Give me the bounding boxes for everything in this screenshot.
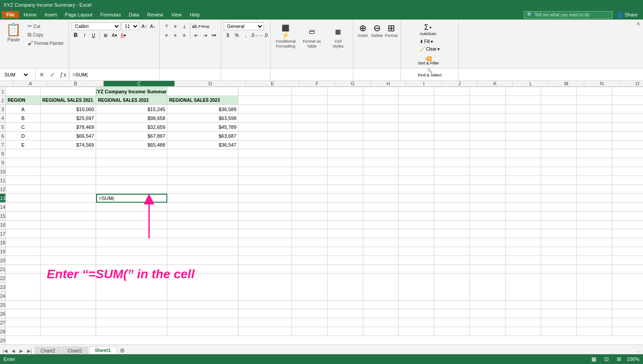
cell-j7[interactable]: [434, 140, 470, 149]
row-header-15[interactable]: 15: [0, 212, 6, 220]
cell-b12[interactable]: [40, 185, 96, 194]
paste-button[interactable]: 📋 Paste: [3, 22, 24, 44]
align-top-button[interactable]: ⊤: [162, 22, 170, 30]
row-header-21[interactable]: 21: [0, 265, 6, 274]
cell-d2[interactable]: REGIONAL SALES 2023: [167, 96, 239, 105]
cell-c12[interactable]: [96, 185, 167, 194]
cell-h11[interactable]: [363, 176, 399, 185]
col-header-n[interactable]: N: [584, 81, 620, 87]
cell-a10[interactable]: [6, 167, 40, 176]
cell-l9[interactable]: [506, 158, 541, 167]
row-header-14[interactable]: 14: [0, 203, 6, 212]
file-menu[interactable]: File: [2, 11, 19, 18]
cell-l3[interactable]: [506, 105, 541, 114]
cell-o13[interactable]: [612, 194, 643, 203]
cell-g1[interactable]: [328, 87, 363, 96]
find-select-button[interactable]: 🔍 Find & Select: [416, 67, 444, 79]
cell-h9[interactable]: [363, 158, 399, 167]
wrap-text-button[interactable]: Wrap: [201, 22, 209, 30]
row-header-11[interactable]: 11: [0, 176, 6, 185]
cell-j8[interactable]: [434, 149, 470, 158]
cell-f5[interactable]: [292, 123, 328, 132]
cell-k5[interactable]: [470, 123, 506, 132]
cell-m4[interactable]: [541, 114, 577, 123]
cell-d13[interactable]: [167, 194, 239, 203]
cell-a9[interactable]: [6, 158, 40, 167]
cell-k10[interactable]: [470, 167, 506, 176]
row-header-7[interactable]: 7: [0, 140, 6, 149]
row-header-6[interactable]: 6: [0, 132, 6, 140]
cell-o7[interactable]: [612, 140, 643, 149]
cell-i6[interactable]: [399, 132, 434, 140]
cell-l8[interactable]: [506, 149, 541, 158]
sort-filter-button[interactable]: ↕🔽 Sort & Filter: [416, 55, 441, 67]
cell-k1[interactable]: [470, 87, 506, 96]
col-header-m[interactable]: M: [549, 81, 584, 87]
cell-h1[interactable]: [363, 87, 399, 96]
row-header-17[interactable]: 17: [0, 229, 6, 238]
cell-j5[interactable]: [434, 123, 470, 132]
page-layout-view-button[interactable]: ⊡: [602, 356, 611, 363]
cell-n7[interactable]: [577, 140, 612, 149]
cell-h6[interactable]: [363, 132, 399, 140]
cell-h13[interactable]: [363, 194, 399, 203]
cell-m1[interactable]: [541, 87, 577, 96]
row-header-23[interactable]: 23: [0, 283, 6, 292]
cell-i4[interactable]: [399, 114, 434, 123]
sheet-add-button[interactable]: ⊕: [117, 346, 127, 354]
normal-view-button[interactable]: ▦: [590, 356, 599, 363]
cell-e12[interactable]: [239, 185, 292, 194]
cell-d6[interactable]: $63,687: [167, 132, 239, 140]
cell-g10[interactable]: [328, 167, 363, 176]
col-header-l[interactable]: L: [513, 81, 549, 87]
cell-m5[interactable]: [541, 123, 577, 132]
col-header-k[interactable]: K: [477, 81, 513, 87]
cell-l1[interactable]: [506, 87, 541, 96]
cell-b6[interactable]: $66,547: [40, 132, 96, 140]
col-header-c[interactable]: C: [104, 81, 175, 87]
cell-j9[interactable]: [434, 158, 470, 167]
row-header-20[interactable]: 20: [0, 256, 6, 265]
cell-e1[interactable]: [239, 87, 292, 96]
cell-h8[interactable]: [363, 149, 399, 158]
accounting-button[interactable]: $: [224, 31, 232, 39]
cell-o9[interactable]: [612, 158, 643, 167]
indent-decrease-button[interactable]: ⇤: [192, 31, 200, 39]
cell-i10[interactable]: [399, 167, 434, 176]
cell-a6[interactable]: D: [6, 132, 40, 140]
sheet-tab-chart1[interactable]: Chart1: [62, 347, 88, 354]
cell-g5[interactable]: [328, 123, 363, 132]
cell-o8[interactable]: [612, 149, 643, 158]
data-menu[interactable]: Data: [125, 11, 142, 18]
cell-c5[interactable]: $32,659: [96, 123, 167, 132]
cell-h7[interactable]: [363, 140, 399, 149]
indent-increase-button[interactable]: ⇥: [201, 31, 209, 39]
cell-f2[interactable]: [292, 96, 328, 105]
cell-a12[interactable]: [6, 185, 40, 194]
cell-l12[interactable]: [506, 185, 541, 194]
cell-f11[interactable]: [292, 176, 328, 185]
cell-m9[interactable]: [541, 158, 577, 167]
cell-o12[interactable]: [612, 185, 643, 194]
cell-l2[interactable]: [506, 96, 541, 105]
bold-button[interactable]: B: [72, 31, 80, 39]
cell-d11[interactable]: [167, 176, 239, 185]
cell-d7[interactable]: $36,547: [167, 140, 239, 149]
cell-n2[interactable]: [577, 96, 612, 105]
delete-button[interactable]: ⊖ Delete: [370, 22, 384, 39]
cell-o3[interactable]: [612, 105, 643, 114]
page-layout-menu[interactable]: Page Layout: [61, 11, 96, 18]
col-header-i[interactable]: I: [406, 81, 442, 87]
row-header-27[interactable]: 27: [0, 318, 6, 327]
cell-d4[interactable]: $63,598: [167, 114, 239, 123]
cell-e6[interactable]: [239, 132, 292, 140]
cell-g8[interactable]: [328, 149, 363, 158]
col-header-e[interactable]: E: [246, 81, 299, 87]
format-button[interactable]: ⊞ Format: [384, 22, 398, 39]
cell-e11[interactable]: [239, 176, 292, 185]
cell-f12[interactable]: [292, 185, 328, 194]
cell-d9[interactable]: [167, 158, 239, 167]
cell-n10[interactable]: [577, 167, 612, 176]
italic-button[interactable]: I: [81, 31, 89, 39]
cell-f4[interactable]: [292, 114, 328, 123]
